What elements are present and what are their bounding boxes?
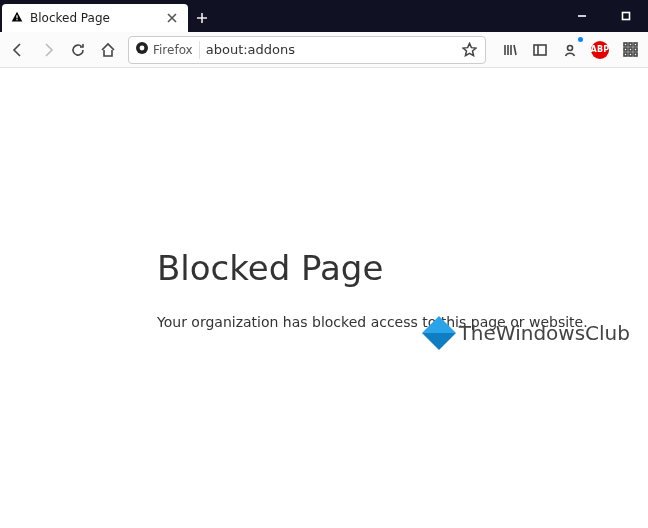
url-bar[interactable]: Firefox about:addons [128, 36, 486, 64]
window-titlebar: Blocked Page [0, 0, 648, 32]
tab-close-button[interactable] [164, 10, 180, 26]
url-input[interactable]: about:addons [206, 42, 453, 57]
back-button[interactable] [4, 36, 32, 64]
svg-point-4 [140, 46, 145, 51]
adblock-plus-button[interactable]: ABP [586, 36, 614, 64]
tab-title: Blocked Page [30, 11, 110, 25]
svg-rect-13 [624, 53, 627, 56]
svg-rect-2 [623, 13, 630, 20]
window-controls [560, 0, 648, 32]
reload-button[interactable] [64, 36, 92, 64]
blocked-page-panel: Blocked Page Your organization has block… [157, 248, 627, 330]
abp-icon: ABP [591, 41, 609, 59]
svg-rect-11 [629, 48, 632, 51]
svg-rect-8 [629, 43, 632, 46]
new-tab-button[interactable] [188, 4, 216, 32]
warning-triangle-icon [10, 10, 24, 27]
nav-toolbar: Firefox about:addons ABP [0, 32, 648, 68]
identity-label: Firefox [153, 43, 193, 57]
svg-rect-7 [624, 43, 627, 46]
home-button[interactable] [94, 36, 122, 64]
site-identity[interactable]: Firefox [135, 41, 200, 59]
library-button[interactable] [496, 36, 524, 64]
blocked-message: Your organization has blocked access to … [157, 314, 627, 330]
svg-point-6 [568, 45, 573, 50]
svg-rect-9 [634, 43, 637, 46]
svg-rect-12 [634, 48, 637, 51]
tab-strip: Blocked Page [0, 0, 216, 32]
firefox-logo-icon [135, 41, 149, 58]
svg-rect-1 [16, 19, 17, 20]
sidebar-button[interactable] [526, 36, 554, 64]
account-button[interactable] [556, 36, 584, 64]
notification-badge-icon [578, 37, 583, 42]
svg-rect-15 [634, 53, 637, 56]
bookmark-star-icon[interactable] [459, 40, 479, 60]
app-menu-button[interactable] [616, 36, 644, 64]
page-content: Blocked Page Your organization has block… [0, 68, 648, 528]
svg-rect-5 [534, 45, 546, 55]
browser-tab-active[interactable]: Blocked Page [2, 4, 188, 32]
blocked-heading: Blocked Page [157, 248, 627, 288]
toolbar-right-icons: ABP [492, 36, 644, 64]
svg-rect-14 [629, 53, 632, 56]
window-maximize-button[interactable] [604, 0, 648, 32]
svg-rect-0 [16, 15, 17, 18]
forward-button[interactable] [34, 36, 62, 64]
window-minimize-button[interactable] [560, 0, 604, 32]
svg-rect-10 [624, 48, 627, 51]
